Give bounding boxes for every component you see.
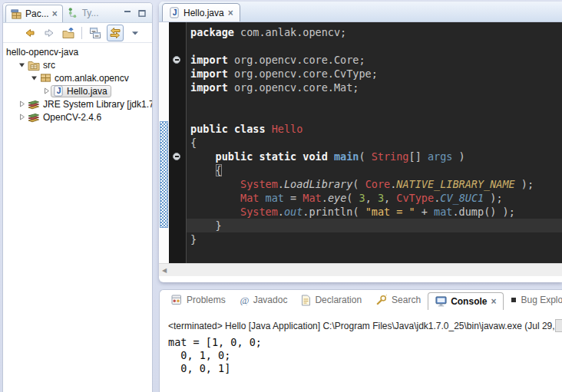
tree-item-opencv-2.4.6[interactable]: OpenCV-2.4.6 bbox=[3, 110, 152, 124]
collapse-arrow-icon[interactable] bbox=[17, 61, 26, 68]
view-tab-label: Ty... bbox=[82, 8, 99, 18]
tree-item-hello-opencv-java[interactable]: hello-opencv-java bbox=[3, 45, 152, 58]
code-token: ( bbox=[352, 178, 365, 190]
code-token: out bbox=[284, 206, 302, 218]
code-line-6[interactable] bbox=[190, 94, 562, 108]
code-token: eye bbox=[328, 192, 346, 204]
tree-item-label: src bbox=[43, 60, 55, 71]
code-token: com.anlak.opencv; bbox=[240, 26, 346, 38]
collapse-arrow-icon[interactable] bbox=[29, 74, 38, 81]
code-token: CV_8UC1 bbox=[440, 192, 484, 204]
tree-item-hello.java[interactable]: JHello.java bbox=[3, 84, 152, 97]
folding-ruler bbox=[169, 22, 187, 263]
code-line-1[interactable]: package com.anlak.opencv; bbox=[190, 25, 562, 39]
maximize-icon[interactable] bbox=[137, 8, 147, 18]
problems-icon bbox=[171, 295, 183, 305]
tree-item-content: JHello.java bbox=[51, 85, 111, 97]
code-area[interactable]: package com.anlak.opencv;import org.open… bbox=[187, 22, 562, 263]
tree-item-label: com.anlak.opencv bbox=[55, 73, 129, 84]
code-token: LoadLibrary bbox=[284, 178, 352, 190]
code-line-14[interactable]: System.out.println( "mat = " + mat.dump(… bbox=[190, 205, 562, 219]
view-tab-label: Pac... bbox=[25, 8, 49, 19]
view-window-buttons bbox=[123, 3, 152, 22]
forward-icon[interactable] bbox=[41, 25, 57, 41]
tree-item-com.anlak.opencv[interactable]: com.anlak.opencv bbox=[3, 71, 152, 84]
code-line-15[interactable]: } bbox=[187, 219, 562, 232]
horizontal-scrollbar[interactable]: ◀ bbox=[159, 263, 562, 276]
code-token: dump bbox=[459, 206, 484, 218]
editor-tab-hello-java[interactable]: J Hello.java × bbox=[162, 3, 240, 21]
fold-collapse-icon[interactable] bbox=[173, 56, 180, 64]
tree-item-src[interactable]: src bbox=[3, 58, 152, 71]
code-token bbox=[190, 192, 240, 204]
console-icon bbox=[435, 296, 447, 307]
console-output[interactable]: mat = [1, 0, 0; 0, 1, 0; 0, 0, 1] bbox=[168, 336, 562, 375]
code-token: ) bbox=[452, 150, 464, 163]
console-title: <terminated> Hello [Java Application] C:… bbox=[168, 321, 562, 331]
code-line-9[interactable]: { bbox=[190, 136, 562, 150]
tree-item-content: src bbox=[26, 59, 58, 71]
code-line-5[interactable]: import org.opencv.core.Mat; bbox=[190, 81, 562, 94]
type-hierarchy-icon bbox=[68, 7, 79, 18]
bottom-tab-console[interactable]: Console× bbox=[428, 292, 504, 310]
code-token: ); bbox=[515, 178, 534, 190]
code-line-13[interactable]: Mat mat = Mat.eye( 3, 3, CvType.CV_8UC1 … bbox=[190, 191, 562, 205]
code-token: CvType bbox=[396, 192, 434, 204]
expand-arrow-icon[interactable] bbox=[17, 100, 26, 107]
toolbar-separator bbox=[81, 27, 82, 39]
code-token: public static void bbox=[216, 150, 334, 163]
code-line-3[interactable]: import org.opencv.core.Core; bbox=[190, 53, 562, 67]
bottom-tab-javadoc[interactable]: @Javadoc bbox=[233, 295, 295, 305]
code-token: System bbox=[240, 178, 278, 190]
code-token: [] bbox=[409, 150, 428, 163]
view-menu-icon[interactable] bbox=[127, 25, 143, 41]
code-line-16[interactable]: } bbox=[190, 232, 562, 246]
code-line-7[interactable] bbox=[190, 108, 562, 122]
code-line-11[interactable]: { bbox=[190, 163, 562, 177]
bottom-tab-search[interactable]: Search bbox=[369, 295, 428, 305]
bottom-tab-declaration[interactable]: Declaration bbox=[294, 295, 369, 306]
editor-body: package com.anlak.opencv;import org.open… bbox=[159, 22, 562, 263]
collapse-all-icon[interactable] bbox=[88, 25, 103, 41]
console-panel: Problems@JavadocDeclarationSearchConsole… bbox=[159, 289, 562, 392]
code-line-10[interactable]: public static void main( String[] args ) bbox=[190, 150, 562, 163]
expand-arrow-icon[interactable] bbox=[17, 114, 26, 120]
expand-arrow-icon[interactable] bbox=[41, 87, 51, 94]
close-icon[interactable]: × bbox=[491, 298, 496, 305]
code-token: , bbox=[365, 192, 378, 204]
close-icon[interactable]: × bbox=[52, 10, 58, 18]
tree-item-jre-system-library-jdk1.7.0[interactable]: JRE System Library [jdk1.7.0 bbox=[3, 97, 152, 110]
scroll-left-icon[interactable]: ◀ bbox=[162, 267, 167, 274]
code-line-2[interactable] bbox=[190, 39, 562, 53]
code-line-8[interactable]: public class Hello bbox=[190, 122, 562, 136]
code-line-4[interactable]: import org.opencv.core.CvType; bbox=[190, 67, 562, 81]
source-folder-icon bbox=[28, 60, 40, 71]
bottom-tab-label: Console bbox=[451, 296, 487, 307]
code-token: Mat bbox=[302, 192, 321, 204]
back-icon[interactable] bbox=[22, 25, 38, 41]
up-icon[interactable] bbox=[61, 25, 76, 41]
code-token: 3 bbox=[378, 192, 384, 204]
tree-item-label: OpenCV-2.4.6 bbox=[43, 112, 101, 123]
code-token: () ); bbox=[484, 206, 515, 218]
link-with-editor-icon[interactable] bbox=[107, 25, 124, 41]
library-icon bbox=[28, 99, 40, 110]
tree-item-label: Hello.java bbox=[67, 86, 107, 97]
view-tab-ty[interactable]: Ty... bbox=[63, 3, 104, 22]
fold-collapse-icon[interactable] bbox=[173, 153, 180, 160]
bottom-tab-problems[interactable]: Problems bbox=[164, 295, 233, 305]
tree-item-label: hello-opencv-java bbox=[6, 47, 78, 58]
code-token: println bbox=[309, 206, 352, 218]
code-token: org.opencv.core.Core; bbox=[234, 54, 365, 66]
code-token: org.opencv.core.CvType; bbox=[234, 68, 378, 80]
code-token bbox=[259, 192, 265, 204]
view-tab-pac[interactable]: Pac...× bbox=[5, 5, 63, 22]
code-token: . bbox=[452, 206, 458, 218]
code-line-12[interactable]: System.LoadLibrary( Core.NATIVE_LIBRARY_… bbox=[190, 177, 562, 191]
code-token: Hello bbox=[272, 123, 303, 135]
close-icon[interactable]: × bbox=[228, 9, 233, 17]
minimize-icon[interactable] bbox=[123, 8, 132, 18]
code-token: main bbox=[334, 150, 359, 163]
bottom-tab-bug-explorer[interactable]: Bug Explorer bbox=[504, 295, 562, 305]
code-token: org.opencv.core.Mat; bbox=[234, 81, 359, 94]
